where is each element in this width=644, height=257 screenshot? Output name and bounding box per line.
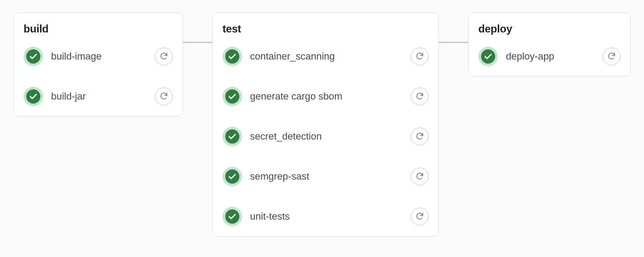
- stage-title: test: [223, 23, 429, 35]
- job-name: deploy-app: [506, 51, 595, 62]
- retry-icon: [415, 92, 424, 102]
- retry-icon: [159, 52, 168, 62]
- retry-button[interactable]: [155, 48, 173, 65]
- success-icon: [223, 87, 242, 106]
- retry-button[interactable]: [155, 88, 173, 105]
- retry-icon: [415, 52, 424, 62]
- success-icon: [24, 87, 43, 106]
- stage-connector: [439, 42, 468, 43]
- retry-button[interactable]: [411, 88, 429, 105]
- retry-icon: [415, 172, 424, 182]
- success-icon: [478, 47, 498, 66]
- stage-card-deploy: deploy deploy-app: [468, 12, 631, 76]
- job-name: build-jar: [51, 91, 147, 102]
- retry-button[interactable]: [411, 168, 429, 185]
- retry-button[interactable]: [411, 48, 429, 65]
- stage-title: build: [24, 23, 173, 35]
- retry-button[interactable]: [411, 128, 429, 145]
- job-name: unit-tests: [250, 211, 403, 222]
- stage-card-build: build build-image build-jar: [13, 12, 183, 116]
- success-icon: [223, 47, 242, 66]
- job-name: build-image: [51, 51, 147, 62]
- stage-connector: [183, 42, 212, 43]
- stage-card-test: test container_scanning generate cargo s…: [212, 12, 439, 237]
- job-row-build-image[interactable]: build-image: [24, 47, 173, 66]
- job-row-semgrep-sast[interactable]: semgrep-sast: [223, 167, 429, 186]
- retry-button[interactable]: [603, 48, 620, 65]
- pipeline-graph: build build-image build-jar: [0, 0, 644, 249]
- job-row-build-jar[interactable]: build-jar: [24, 87, 173, 106]
- job-name: semgrep-sast: [250, 171, 403, 182]
- job-name: secret_detection: [250, 131, 403, 142]
- job-row-deploy-app[interactable]: deploy-app: [478, 47, 620, 66]
- stage-title: deploy: [478, 23, 620, 35]
- job-row-secret-detection[interactable]: secret_detection: [223, 127, 429, 146]
- job-row-generate-cargo-sbom[interactable]: generate cargo sbom: [223, 87, 429, 106]
- jobs-list: build-image build-jar: [24, 47, 173, 106]
- job-name: generate cargo sbom: [250, 91, 403, 102]
- retry-icon: [607, 52, 616, 62]
- success-icon: [223, 167, 242, 186]
- retry-icon: [415, 132, 424, 142]
- success-icon: [24, 47, 43, 66]
- jobs-list: container_scanning generate cargo sbom: [223, 47, 429, 226]
- job-row-unit-tests[interactable]: unit-tests: [223, 207, 429, 226]
- success-icon: [223, 207, 242, 226]
- retry-button[interactable]: [411, 208, 429, 225]
- jobs-list: deploy-app: [478, 47, 620, 66]
- job-row-container-scanning[interactable]: container_scanning: [223, 47, 429, 66]
- success-icon: [223, 127, 242, 146]
- retry-icon: [159, 92, 168, 102]
- retry-icon: [415, 212, 424, 222]
- job-name: container_scanning: [250, 51, 403, 62]
